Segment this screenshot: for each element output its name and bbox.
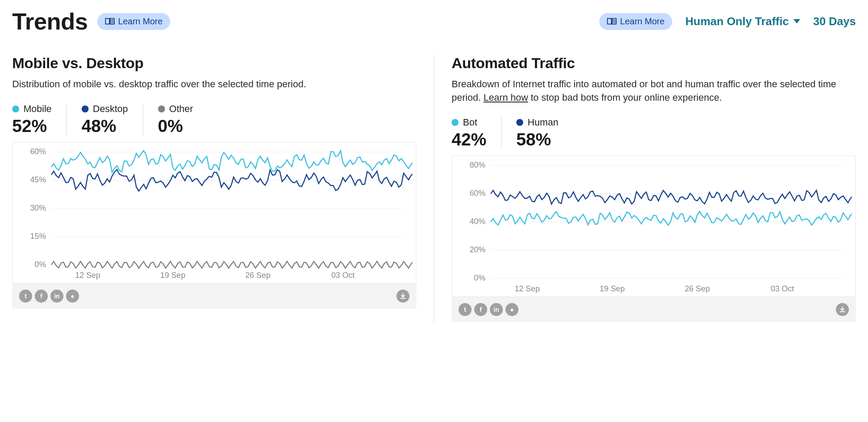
legend-label: Human	[528, 117, 558, 128]
panel-description: Distribution of mobile vs. desktop traff…	[12, 78, 416, 91]
svg-rect-0	[106, 19, 109, 24]
svg-text:26 Sep: 26 Sep	[245, 270, 271, 280]
chart-container: 0%15%30%45%60%12 Sep19 Sep26 Sep03 Oct	[12, 142, 416, 284]
legend-item: Desktop48%	[82, 103, 143, 136]
download-icon	[839, 306, 846, 313]
legend-value: 42%	[452, 130, 486, 149]
learn-more-label: Learn More	[118, 16, 162, 26]
panel-description: Breakdown of Internet traffic into autom…	[452, 78, 856, 105]
legend-value: 52%	[12, 116, 52, 136]
svg-text:03 Oct: 03 Oct	[331, 270, 355, 280]
panel-footer: t f in ●	[12, 284, 416, 309]
legend-value: 58%	[516, 130, 558, 149]
share-linkedin-icon[interactable]: in	[490, 303, 503, 316]
time-range-selector[interactable]: 30 Days	[813, 15, 856, 28]
legend-label: Other	[169, 103, 193, 115]
download-icon	[399, 293, 406, 300]
svg-text:30%: 30%	[30, 203, 46, 212]
svg-text:60%: 60%	[30, 147, 46, 156]
svg-text:45%: 45%	[30, 175, 46, 184]
share-facebook-icon[interactable]: f	[35, 290, 48, 303]
svg-text:26 Sep: 26 Sep	[685, 284, 710, 293]
page-title: Trends	[12, 8, 88, 35]
svg-text:19 Sep: 19 Sep	[600, 284, 625, 293]
legend-item: Mobile52%	[12, 103, 67, 136]
legend-item: Bot42%	[452, 117, 502, 149]
panel-description-suffix: to stop bad bots from your online experi…	[528, 92, 722, 103]
share-reddit-icon[interactable]: ●	[66, 290, 79, 303]
svg-text:60%: 60%	[469, 188, 485, 198]
chart-mobile-desktop: 0%15%30%45%60%12 Sep19 Sep26 Sep03 Oct	[16, 146, 413, 282]
share-twitter-icon[interactable]: t	[459, 303, 472, 316]
legend-label: Bot	[463, 117, 477, 128]
svg-rect-5	[607, 19, 611, 24]
legend-item: Human58%	[516, 117, 573, 149]
legend-swatch	[516, 119, 523, 126]
svg-text:15%: 15%	[30, 231, 46, 241]
series-mobile	[51, 151, 413, 172]
svg-text:12 Sep: 12 Sep	[515, 284, 540, 293]
svg-text:12 Sep: 12 Sep	[75, 270, 100, 280]
learn-more-button-secondary[interactable]: Learn More	[599, 13, 672, 30]
chart-automated-traffic: 0%20%40%60%80%12 Sep19 Sep26 Sep03 Oct	[455, 159, 852, 296]
svg-text:03 Oct: 03 Oct	[771, 284, 794, 293]
svg-text:19 Sep: 19 Sep	[160, 270, 185, 280]
share-facebook-icon[interactable]: f	[474, 303, 487, 316]
legend-value: 0%	[158, 116, 193, 136]
series-bot	[491, 211, 852, 225]
legend: Mobile52%Desktop48%Other0%	[12, 103, 416, 136]
svg-text:20%: 20%	[469, 245, 485, 254]
panel-mobile-vs-desktop: Mobile vs. Desktop Distribution of mobil…	[12, 55, 434, 322]
svg-text:40%: 40%	[469, 217, 485, 226]
traffic-filter-label: Human Only Traffic	[685, 15, 789, 28]
panel-footer: t f in ●	[452, 297, 856, 322]
legend-item: Other0%	[158, 103, 208, 136]
learn-more-button-primary[interactable]: Learn More	[97, 13, 170, 30]
legend-swatch	[158, 106, 165, 112]
svg-text:0%: 0%	[35, 260, 46, 269]
legend-label: Mobile	[23, 103, 52, 115]
panel-title: Mobile vs. Desktop	[12, 55, 416, 72]
legend-value: 48%	[82, 116, 128, 136]
traffic-filter-dropdown[interactable]: Human Only Traffic	[685, 15, 800, 28]
book-icon	[105, 18, 115, 25]
share-linkedin-icon[interactable]: in	[50, 290, 63, 303]
learn-more-label-2: Learn More	[620, 16, 664, 26]
download-button[interactable]	[836, 303, 849, 316]
panel-automated-traffic: Automated Traffic Breakdown of Internet …	[434, 55, 856, 322]
share-twitter-icon[interactable]: t	[19, 290, 32, 303]
chevron-down-icon	[793, 19, 800, 23]
svg-text:80%: 80%	[469, 160, 485, 169]
svg-text:0%: 0%	[474, 273, 485, 282]
legend-swatch	[452, 119, 459, 126]
share-reddit-icon[interactable]: ●	[505, 303, 518, 316]
legend-swatch	[82, 106, 89, 112]
panel-title: Automated Traffic	[452, 55, 856, 72]
legend-label: Desktop	[93, 103, 128, 115]
chart-container: 0%20%40%60%80%12 Sep19 Sep26 Sep03 Oct	[452, 155, 856, 297]
legend-swatch	[12, 106, 19, 112]
download-button[interactable]	[396, 290, 409, 303]
book-icon	[607, 18, 617, 25]
legend: Bot42%Human58%	[452, 117, 856, 149]
learn-how-link[interactable]: Learn how	[483, 92, 528, 103]
series-human	[491, 190, 852, 204]
